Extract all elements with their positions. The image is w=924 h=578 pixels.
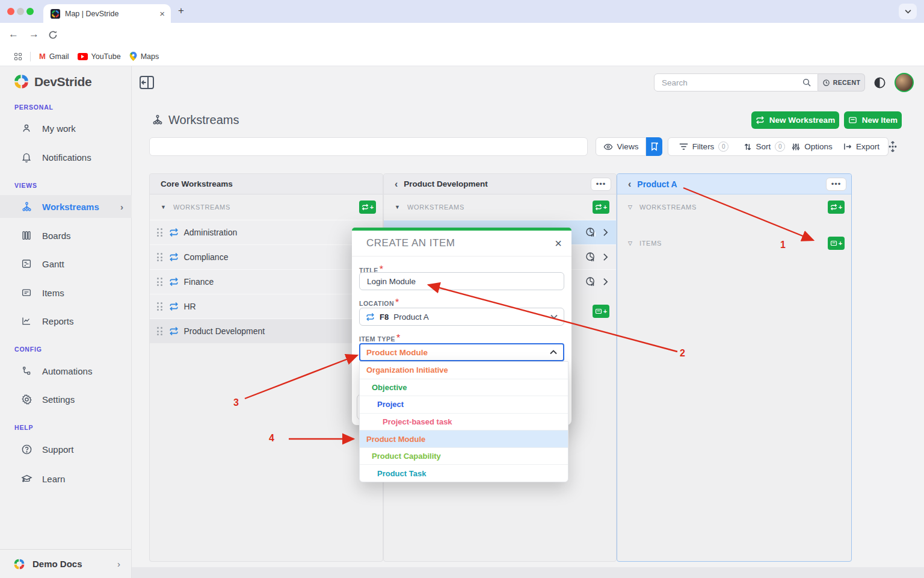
items-section-header[interactable]: ▽ ITEMS + [617,231,851,256]
fit-columns-icon[interactable] [888,141,898,152]
mac-minimize-button[interactable] [17,8,24,15]
search-input[interactable]: Search [654,73,818,92]
search-icon [802,78,812,87]
save-view-button[interactable] [646,137,662,156]
gantt-icon [20,258,32,269]
chevron-right-icon[interactable] [602,228,609,237]
new-workstream-button[interactable]: New Workstream [751,111,839,129]
option-project-based-task[interactable]: Project-based task [360,414,568,431]
column-menu-button[interactable]: ••• [826,178,846,191]
export-button[interactable]: Export [835,137,889,156]
sort-button[interactable]: Sort0 [739,137,790,156]
sort-count-badge: 0 [775,141,785,152]
add-workstream-button[interactable]: + [593,200,609,214]
option-organization-initiative[interactable]: Organization Initiative [360,362,568,379]
tab-search-icon[interactable] [899,4,917,19]
sidebar-item-reports[interactable]: Reports [0,309,132,332]
add-workstream-button[interactable]: + [359,200,376,214]
tab-close-icon[interactable]: × [159,8,165,19]
location-field-label: LOCATION* [359,297,399,308]
workstreams-section-header[interactable]: ▽ WORKSTREAMS + [617,194,851,220]
item-type-select[interactable]: Product Module [359,343,564,361]
options-button[interactable]: Options [789,137,836,156]
workstream-loop-icon [169,252,179,262]
title-input[interactable]: Login Module [359,272,564,290]
apps-grid-icon[interactable] [14,53,22,60]
workstream-row[interactable]: Compliance [150,244,383,269]
browser-tab[interactable]: Map | DevStride × [43,4,171,23]
drag-handle-icon[interactable] [157,228,162,237]
bell-icon [20,152,32,163]
item-type-dropdown: Organization Initiative Objective Projec… [359,361,568,482]
chevron-left-icon[interactable]: ‹ [395,179,398,190]
sidebar-item-learn[interactable]: Learn [0,467,132,490]
option-product-task[interactable]: Product Task [360,465,568,482]
add-item-button[interactable]: + [593,305,609,318]
chevron-right-icon: › [120,202,123,212]
back-icon[interactable]: ← [8,28,19,40]
option-objective[interactable]: Objective [360,379,568,397]
forward-icon[interactable]: → [29,28,39,40]
reload-icon[interactable] [48,30,58,40]
section-help: HELP [14,424,33,431]
contrast-toggle-icon[interactable] [873,76,886,89]
mac-zoom-button[interactable] [26,8,34,15]
sidebar-item-items[interactable]: Items [0,281,132,304]
drag-handle-icon[interactable] [157,302,162,311]
location-value: Product A [393,312,429,322]
workstream-row-selected[interactable]: Product Development [150,319,383,343]
option-product-capability[interactable]: Product Capability [360,448,568,465]
drag-handle-icon[interactable] [157,253,162,261]
column-header: ‹ Product Development ••• [384,174,616,194]
filters-button[interactable]: Filters0 [668,137,740,156]
option-product-module[interactable]: Product Module [360,430,568,448]
workstreams-section-header[interactable]: ▼ WORKSTREAMS + [384,194,616,220]
workstreams-page-icon [152,114,164,126]
column-header: Core Workstreams [150,174,383,194]
sidebar-item-workstreams[interactable]: Workstreams › [0,195,132,218]
recent-button[interactable]: RECENT [818,73,865,92]
sidebar-item-my-work[interactable]: My work [0,117,132,140]
add-workstream-button[interactable]: + [828,200,845,214]
location-select[interactable]: F8 Product A [359,308,564,326]
bookmark-youtube[interactable]: YouTube [78,52,121,61]
sidebar-item-boards[interactable]: Boards [0,224,132,247]
drag-handle-icon[interactable] [157,327,162,335]
mac-close-button[interactable] [7,8,14,15]
workstream-row[interactable]: HR [150,294,383,319]
section-views: VIEWS [14,182,37,189]
views-button[interactable]: Views [596,137,646,156]
new-item-button[interactable]: New Item [844,111,902,129]
sidebar-item-settings[interactable]: Settings [0,388,132,411]
option-project[interactable]: Project [360,396,568,414]
workstream-loop-icon [169,326,179,336]
new-tab-button[interactable]: + [178,5,184,17]
user-avatar[interactable] [895,73,914,92]
export-icon [843,143,852,151]
item-card-icon [595,308,602,315]
section-config: CONFIG [14,346,42,353]
bookmarks-bar: M Gmail YouTube Maps [0,47,924,66]
collapse-sidebar-icon[interactable] [140,76,154,89]
sidebar-item-notifications[interactable]: Notifications [0,146,132,169]
column-product-a: ‹ Product A ••• ▽ WORKSTREAMS + ▽ ITEMS … [617,173,852,562]
add-item-button[interactable]: + [828,237,845,250]
maps-icon [129,52,137,61]
workstream-row[interactable]: Finance [150,269,383,294]
drag-handle-icon[interactable] [157,278,162,286]
sidebar-item-support[interactable]: Support [0,438,132,461]
sidebar-item-gantt[interactable]: Gantt [0,252,132,275]
workstreams-section-header[interactable]: ▼ WORKSTREAMS + [150,194,383,220]
sidebar-item-automations[interactable]: Automations [0,359,132,382]
bookmark-maps[interactable]: Maps [129,52,159,61]
workstream-loop-icon [169,277,179,287]
chevron-right-icon[interactable] [602,278,609,286]
column-menu-button[interactable]: ••• [591,178,611,191]
browser-toolbar: ← → app.devstride.com/demo-docs/map?sele… [0,23,924,47]
bookmark-gmail[interactable]: M Gmail [39,52,69,61]
chevron-right-icon[interactable] [602,253,609,261]
chevron-left-icon[interactable]: ‹ [628,179,631,190]
close-icon[interactable]: × [555,237,562,250]
workspace-switcher[interactable]: Demo Docs › [0,549,131,578]
workstream-row[interactable]: Administration [150,220,383,244]
